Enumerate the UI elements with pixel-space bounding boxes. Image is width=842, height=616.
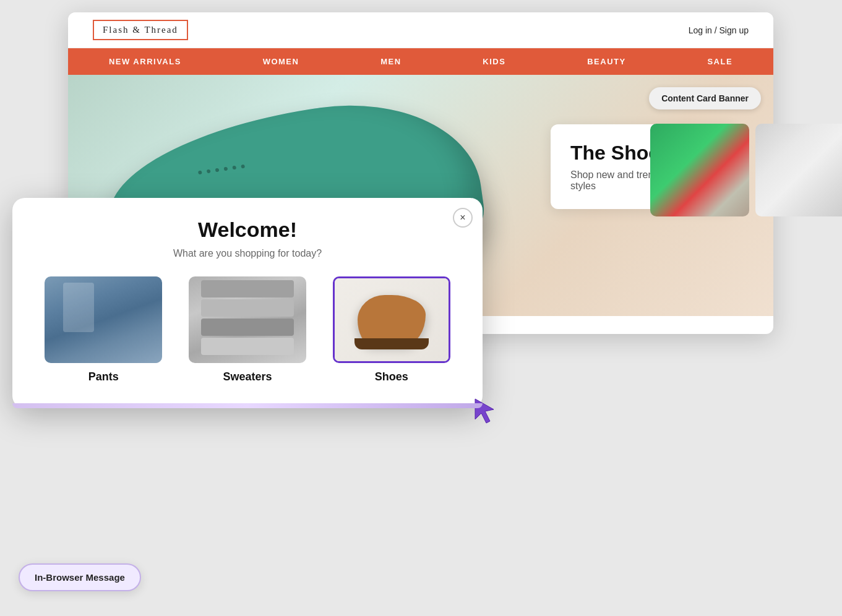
content-card-banner-label: Content Card Banner <box>649 87 761 109</box>
site-logo: Flash & Thread <box>93 20 188 40</box>
shoes-image <box>335 278 449 361</box>
nav-item-new-arrivals[interactable]: NEW ARRIVALS <box>97 48 194 75</box>
category-item-pants[interactable]: Pants <box>37 276 170 383</box>
category-image-shoes <box>333 276 450 363</box>
auth-link[interactable]: Log in / Sign up <box>689 25 749 35</box>
category-image-sweaters <box>189 276 306 363</box>
nav-item-women[interactable]: WOMEN <box>251 48 312 75</box>
welcome-modal: × Welcome! What are you shopping for tod… <box>12 198 483 408</box>
site-header: Flash & Thread Log in / Sign up <box>68 12 773 48</box>
partial-category-cards <box>650 124 842 216</box>
nav-item-kids[interactable]: KIDS <box>470 48 518 75</box>
category-label-pants: Pants <box>88 370 119 383</box>
category-label-sweaters: Sweaters <box>223 370 272 383</box>
modal-bottom-gradient <box>12 403 483 408</box>
in-browser-message-badge: In-Browser Message <box>19 563 141 591</box>
category-item-sweaters[interactable]: Sweaters <box>181 276 314 383</box>
pants-image <box>45 276 162 363</box>
modal-close-button[interactable]: × <box>453 208 473 228</box>
sweaters-image <box>189 276 306 363</box>
svg-marker-0 <box>475 399 494 423</box>
category-image-pants <box>45 276 162 363</box>
nav-item-beauty[interactable]: BEAUTY <box>575 48 638 75</box>
partial-card-green <box>650 124 749 216</box>
main-nav: NEW ARRIVALS WOMEN MEN KIDS BEAUTY SALE <box>68 48 773 75</box>
nav-item-sale[interactable]: SALE <box>695 48 745 75</box>
category-item-shoes[interactable]: Shoes <box>325 276 458 383</box>
category-grid: Pants Sweaters <box>37 276 458 383</box>
partial-card-white <box>755 124 842 216</box>
modal-subtitle: What are you shopping for today? <box>37 248 458 259</box>
category-label-shoes: Shoes <box>375 370 408 383</box>
cursor-icon <box>470 396 501 427</box>
boot-shape <box>358 295 426 344</box>
modal-title: Welcome! <box>37 218 458 242</box>
nav-item-men[interactable]: MEN <box>368 48 413 75</box>
